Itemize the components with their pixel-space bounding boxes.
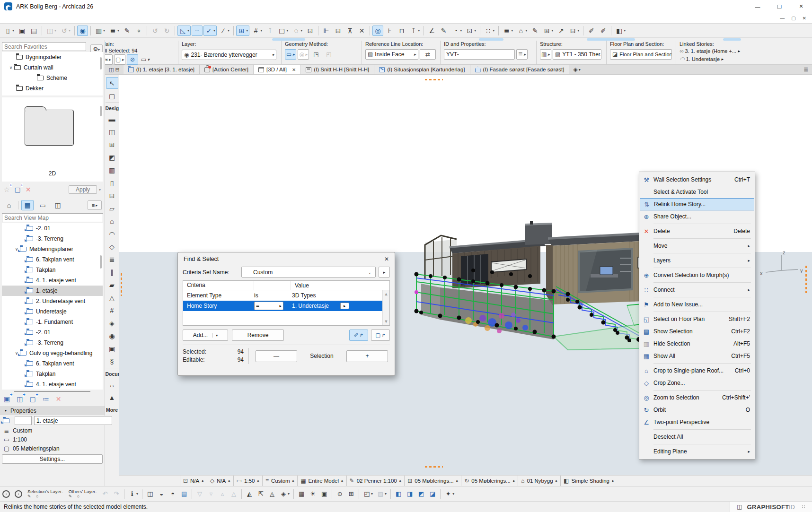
context-menu-item[interactable]: ↻ Orbit O (639, 404, 755, 416)
toolbar-button[interactable]: ▯ ▾ (2, 26, 16, 36)
favorites-tree-item[interactable]: Dekker (2, 83, 103, 94)
favorites-tree-item[interactable]: 4. 1. etasje vent (2, 379, 103, 390)
geometry-box-button[interactable]: ◳ (310, 49, 322, 60)
favorites-tree-item[interactable]: ∨ Curtain wall (2, 62, 103, 73)
favorites-tree-item[interactable]: 4. 1. etasje vent (2, 275, 103, 286)
tool-button[interactable]: ▢ (106, 90, 118, 102)
favorites-tree-item[interactable]: -1. Fundament (2, 317, 103, 327)
toolbar-button[interactable]: ⊺ ▾ (408, 26, 421, 36)
bottom-toolbar-button[interactable]: ▿ (206, 489, 216, 498)
tool-button[interactable]: ≣ (106, 253, 118, 265)
context-menu-item[interactable]: ⚑ Add to New Issue... (639, 298, 755, 311)
tool-button[interactable]: ◈ (106, 317, 118, 329)
comment-bubble-button[interactable]: ▭▾ (140, 54, 151, 65)
scrollbar[interactable] (100, 106, 102, 116)
doc-minimize-button[interactable]: — (780, 16, 785, 21)
bottom-toolbar-button[interactable]: ◭ (244, 489, 255, 498)
bottom-toolbar-button[interactable]: ↷ (111, 489, 122, 498)
toolbar-button[interactable]: ⊡ ▾ (464, 26, 477, 36)
quick-options-field[interactable]: ⊞ 05 Møblerings... ▸ (404, 476, 461, 486)
favorites-tree-item[interactable]: Takplan (2, 265, 103, 275)
toolbar-button[interactable]: ⊼ (344, 26, 355, 36)
tool-button[interactable]: ▲ (106, 391, 118, 403)
doc-close-button[interactable]: ✕ (803, 16, 806, 21)
context-menu-item[interactable]: ◎ Zoom to Selection Ctrl+Shift+' (639, 391, 755, 404)
layer-knob-icon[interactable] (15, 490, 22, 498)
tool-button[interactable]: ⊞ (106, 139, 118, 150)
favorites-tree-item[interactable]: Underetasje (2, 306, 103, 317)
dialog-close-icon[interactable]: ✕ (384, 256, 389, 262)
apply-button[interactable]: Apply (69, 185, 97, 194)
toolbar-button[interactable]: ✕ (356, 26, 367, 36)
bottom-toolbar-button[interactable]: ◰ ▾ (362, 489, 374, 498)
toolbar-button[interactable]: ◌ ▾ (291, 26, 304, 36)
tool-button[interactable]: ▣ (106, 343, 118, 355)
favorites-tree-item[interactable]: Scheme (2, 73, 103, 83)
tool-button[interactable]: ↔ (106, 379, 118, 391)
tool-button[interactable]: △ (106, 292, 118, 304)
new-folder-icon[interactable]: ▢ (15, 186, 21, 193)
window-stack-icon[interactable]: ◫ (737, 503, 742, 510)
bottom-toolbar-button[interactable]: ⊞ (346, 489, 356, 498)
menu-item[interactable] (68, 17, 77, 19)
view-map-icon[interactable]: ▦ (21, 200, 34, 210)
toolbar-button[interactable]: ✎ (438, 26, 449, 36)
toolbar-button[interactable]: ✐ (586, 26, 597, 36)
tool-button[interactable]: ◠ (106, 228, 118, 240)
toolbar-button[interactable]: ▤ (28, 26, 39, 36)
menu-item[interactable] (85, 17, 94, 19)
context-menu-item[interactable]: ◱ Select on Floor Plan Shift+F2 (639, 313, 755, 325)
geometry-curved-button[interactable]: ◎▸ (298, 49, 309, 60)
favorites-tree-item[interactable]: ∨ Møbleringsplaner (2, 244, 103, 254)
toolbar-button[interactable]: ⊺ (265, 26, 275, 36)
toolbar-button[interactable]: ⊡ (305, 26, 316, 36)
tab[interactable]: (I) 1. etasje [3. 1. etasje] (124, 65, 200, 74)
tool-button[interactable]: ⊟ (106, 190, 118, 201)
others-layer-icons[interactable]: ✎ ○ (69, 494, 81, 499)
quick-options-field[interactable]: ✎ 02 Penner 1:100 ▸ (346, 476, 405, 486)
context-menu-item[interactable]: Editing Plane ▸ (639, 445, 755, 458)
favorites-tree-item[interactable]: 2. Underetasje vent (2, 296, 103, 306)
menu-item[interactable] (0, 17, 9, 19)
publisher-icon[interactable]: ◫ (52, 200, 64, 210)
bottom-toolbar-button[interactable]: ☀ (308, 489, 318, 498)
toolbar-button[interactable]: ✎ (530, 26, 540, 36)
bottom-toolbar-button[interactable]: ▦ (296, 489, 307, 498)
bottom-toolbar-button[interactable]: ◫ (145, 489, 155, 498)
toolbar-button[interactable]: ⌖ (133, 26, 144, 36)
search-view-map-input[interactable] (2, 213, 103, 222)
toolbar-button[interactable]: ⊞ ▾ (236, 26, 249, 36)
floorplan-display-field[interactable]: ◪ Floor Plan and Section... ▸ (610, 49, 672, 60)
menu-item[interactable] (9, 17, 17, 19)
context-menu-item[interactable]: ⚒ Wall Selection Settings Ctrl+T (639, 174, 755, 186)
menu-item[interactable] (26, 17, 34, 19)
element-id-field[interactable]: YVT- (444, 49, 515, 60)
pane-layout-icon[interactable]: ⊟ (115, 67, 119, 73)
reference-line-field[interactable]: ▨ Inside Face ▸ (365, 49, 418, 60)
criteria-set-next-button[interactable]: ▸ (379, 267, 390, 278)
toolbar-button[interactable]: ✐ (598, 26, 609, 36)
toolbar-button[interactable]: ≣ ▾ (107, 26, 121, 36)
bottom-toolbar-button[interactable]: ↶ (100, 489, 110, 498)
toolbox-section-label[interactable]: Design (106, 102, 119, 113)
tab[interactable]: (I) Fasade sørøst [Fasade sørøst] (470, 65, 570, 74)
context-menu-item[interactable]: ∷ Connect ▸ (639, 284, 755, 296)
chevron-expanded-icon[interactable]: ∨ (8, 65, 14, 70)
eraser-button[interactable]: ⊘ (127, 54, 138, 65)
remove-button[interactable]: Remove (232, 330, 284, 341)
bottom-toolbar-button[interactable]: △ (229, 489, 239, 498)
toolbox-section-label[interactable]: Docume (106, 368, 119, 378)
quick-options-field[interactable]: ▭ 1:50 ▸ (233, 476, 262, 486)
quick-options-field[interactable]: ≡ Custom ▸ (262, 476, 297, 486)
toolbar-button[interactable]: ⊞ ▾ (541, 26, 555, 36)
favorites-tree-item[interactable]: ∨ Gulv og vegg-behandling (2, 348, 103, 358)
toolbar-button[interactable]: ⊟ (333, 26, 344, 36)
add-to-selection-button[interactable]: + (346, 350, 388, 362)
toolbar-button[interactable]: ↺ ▾ (59, 26, 72, 36)
composite-field[interactable]: ▨ YT1 - 350 Ther... ▸ (553, 49, 601, 60)
marquee-mode-button[interactable]: ▢▸ (114, 54, 125, 65)
view-name-field[interactable] (34, 416, 112, 425)
criteria-row[interactable]: Element Type is 3D Types (183, 290, 382, 301)
toolbar-button[interactable]: ✎ (122, 26, 132, 36)
tool-button[interactable]: ◇ (106, 241, 118, 252)
